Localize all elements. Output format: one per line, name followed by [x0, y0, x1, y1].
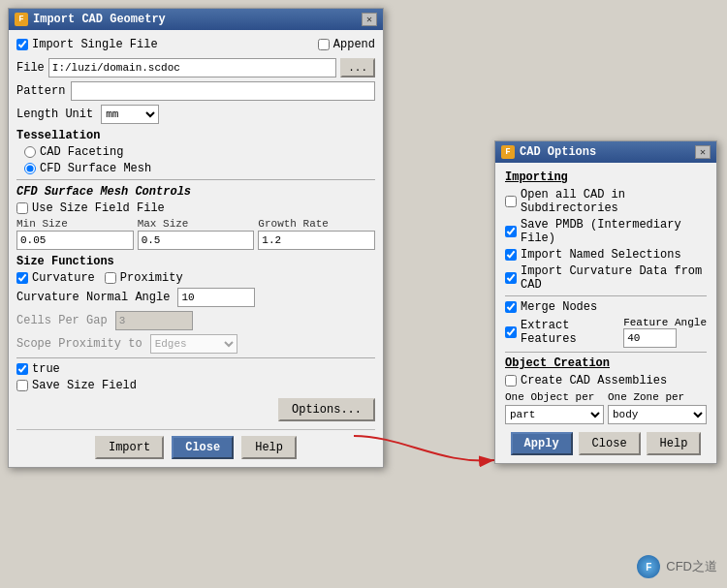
- pattern-label: Pattern: [16, 84, 65, 98]
- import-cad-dialog: F Import CAD Geometry ✕ Import Single Fi…: [8, 8, 384, 468]
- append-checkbox[interactable]: [318, 39, 330, 50]
- import-named-selections-checkbox[interactable]: [505, 249, 517, 261]
- import-curvature-checkbox[interactable]: [505, 272, 517, 284]
- cad-options-close-button[interactable]: Close: [579, 432, 641, 455]
- watermark-logo: F: [637, 555, 660, 578]
- length-unit-select[interactable]: mm cm m in ft: [101, 105, 159, 124]
- curvature-normal-angle-input[interactable]: [177, 288, 255, 307]
- open-all-cad-checkbox[interactable]: [505, 196, 517, 207]
- one-zone-per-label: One Zone per: [608, 391, 707, 403]
- feature-angle-label: Feature Angle: [623, 317, 707, 328]
- use-size-field-checkbox[interactable]: [16, 202, 28, 214]
- cfd-surface-mesh-label: CFD Surface Mesh: [40, 162, 151, 175]
- feature-angle-input[interactable]: 40: [623, 328, 677, 348]
- curvature-normal-angle-label: Curvature Normal Angle: [16, 291, 170, 304]
- scope-proximity-select[interactable]: Edges Faces Both: [150, 334, 237, 354]
- cad-options-close-button[interactable]: ✕: [695, 145, 711, 159]
- import-single-file-label: Import Single File: [32, 38, 158, 51]
- append-label: Append: [333, 38, 375, 51]
- cells-per-gap-input[interactable]: [115, 311, 193, 330]
- save-pmdb-label: Save PMDB (Intermediary File): [521, 218, 707, 245]
- growth-rate-input[interactable]: 1.2: [258, 231, 375, 250]
- min-size-label: Min Size: [16, 218, 134, 230]
- watermark: F CFD之道: [637, 555, 717, 578]
- watermark-text: CFD之道: [666, 558, 717, 575]
- proximity-label: Proximity: [120, 271, 183, 285]
- one-object-per-label: One Object per: [505, 391, 604, 403]
- import-cad-close-button[interactable]: ✕: [362, 13, 377, 26]
- object-creation-title: Object Creation: [505, 356, 707, 370]
- growth-rate-label: Growth Rate: [258, 218, 375, 230]
- import-single-file-checkbox[interactable]: [16, 39, 28, 50]
- merge-nodes-checkbox[interactable]: [505, 301, 517, 313]
- create-cad-assemblies-label: Create CAD Assemblies: [521, 374, 667, 387]
- cad-faceting-label: CAD Faceting: [40, 145, 123, 159]
- proximity-checkbox[interactable]: [105, 272, 116, 284]
- extract-features-label: Extract Features: [521, 319, 617, 346]
- title-icon: F: [15, 13, 28, 26]
- cad-faceting-radio[interactable]: [24, 146, 36, 158]
- merge-nodes-label: Merge Nodes: [521, 300, 597, 314]
- file-label: File: [16, 61, 45, 75]
- size-functions-title: Size Functions: [16, 255, 375, 268]
- browse-button[interactable]: ...: [340, 58, 375, 77]
- cad-options-dialog: F CAD Options ✕ Importing Open all CAD i…: [494, 140, 717, 464]
- min-size-input[interactable]: 0.05: [16, 231, 134, 250]
- cfd-surface-mesh-radio[interactable]: [24, 163, 36, 174]
- save-size-field-checkbox[interactable]: [16, 380, 28, 391]
- open-all-cad-label: Open all CAD in Subdirectories: [521, 188, 707, 215]
- import-cad-titlebar[interactable]: F Import CAD Geometry ✕: [9, 9, 383, 30]
- import-button[interactable]: Import: [95, 436, 164, 459]
- file-input[interactable]: I:/luzi/domain.scdoc: [48, 58, 336, 77]
- scope-proximity-label: Scope Proximity to: [16, 337, 142, 351]
- tessellation-section-title: Tessellation: [16, 129, 375, 142]
- cells-per-gap-label: Cells Per Gap: [16, 314, 108, 327]
- create-cad-assemblies-checkbox[interactable]: [505, 375, 517, 387]
- cad-options-apply-button[interactable]: Apply: [511, 432, 573, 455]
- max-size-input[interactable]: 0.5: [138, 231, 255, 250]
- one-zone-per-select[interactable]: body face part: [608, 405, 707, 424]
- length-unit-label: Length Unit: [16, 108, 93, 121]
- cad-options-help-button[interactable]: Help: [647, 432, 702, 455]
- auto-create-scoped-sizing-label: true: [32, 362, 60, 376]
- pattern-input[interactable]: [71, 81, 375, 101]
- cad-options-titlebar[interactable]: F CAD Options ✕: [495, 141, 716, 163]
- cfd-mesh-controls-title: CFD Surface Mesh Controls: [16, 185, 375, 199]
- cad-options-title: CAD Options: [520, 145, 596, 159]
- one-object-per-select[interactable]: part body face: [505, 405, 604, 424]
- importing-section-title: Importing: [505, 170, 707, 184]
- cad-options-title-icon: F: [501, 145, 515, 159]
- save-pmdb-checkbox[interactable]: [505, 226, 517, 237]
- import-named-selections-label: Import Named Selections: [521, 248, 681, 262]
- import-cad-title: Import CAD Geometry: [33, 13, 166, 26]
- extract-features-checkbox[interactable]: [505, 326, 517, 338]
- options-button[interactable]: Options...: [278, 398, 375, 421]
- import-close-button[interactable]: Close: [172, 436, 234, 459]
- max-size-label: Max Size: [138, 218, 255, 230]
- auto-create-scoped-sizing-checkbox[interactable]: [16, 363, 28, 375]
- use-size-field-label: Use Size Field File: [32, 201, 165, 215]
- curvature-checkbox[interactable]: [16, 272, 28, 284]
- import-help-button[interactable]: Help: [241, 436, 297, 459]
- curvature-label: Curvature: [32, 271, 95, 285]
- save-size-field-label: Save Size Field: [32, 379, 137, 392]
- import-curvature-label: Import Curvature Data from CAD: [521, 264, 707, 292]
